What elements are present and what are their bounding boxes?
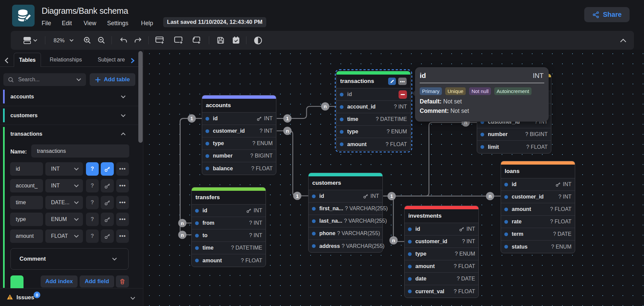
svg-text:n: n xyxy=(286,128,289,134)
svg-text:n: n xyxy=(181,232,184,238)
svg-text:n: n xyxy=(324,103,327,109)
svg-text:1: 1 xyxy=(390,193,393,199)
svg-text:n: n xyxy=(489,193,492,199)
svg-text:1: 1 xyxy=(286,116,289,121)
svg-text:1: 1 xyxy=(296,193,298,199)
svg-text:n: n xyxy=(392,237,395,243)
svg-text:1: 1 xyxy=(190,116,193,121)
svg-text:n: n xyxy=(181,220,184,226)
